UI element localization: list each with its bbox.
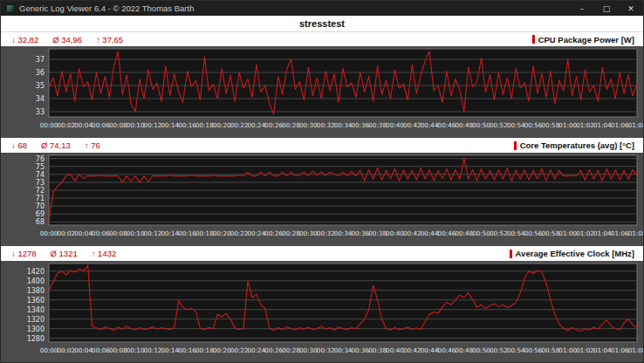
stat-avg: Ø 74,13 (41, 140, 71, 150)
svg-text:01:06: 01:06 (611, 121, 629, 129)
svg-text:00:24: 00:24 (248, 346, 266, 354)
svg-text:00:04: 00:04 (74, 346, 92, 354)
svg-text:00:40: 00:40 (386, 229, 404, 237)
svg-text:00:20: 00:20 (213, 121, 231, 129)
effective-clock-strip: ↓ 1278 Ø 1321 ↑ 1432 Average Effective C… (1, 246, 643, 261)
svg-text:00:56: 00:56 (524, 346, 543, 354)
svg-text:01:00: 01:00 (558, 229, 577, 237)
svg-text:00:56: 00:56 (524, 229, 543, 237)
title-bar: Generic Log Viewer 6.4 - © 2022 Thomas B… (1, 1, 643, 16)
svg-text:33: 33 (36, 108, 45, 116)
svg-text:00:48: 00:48 (455, 229, 473, 237)
svg-text:01:02: 01:02 (576, 229, 594, 237)
svg-text:00:52: 00:52 (490, 346, 508, 354)
cpu-package-power-chart[interactable]: 373635343300:0000:0200:0400:0600:0800:10… (1, 46, 643, 138)
stat-min: ↓ 1278 (11, 249, 37, 258)
svg-text:00:54: 00:54 (507, 229, 525, 237)
core-temp-label: Core Temperatures (avg) [°C] (514, 140, 634, 150)
effective-clock-stats: ↓ 1278 Ø 1321 ↑ 1432 (11, 249, 116, 258)
svg-text:01:02: 01:02 (576, 121, 594, 129)
svg-text:1300: 1300 (27, 325, 45, 333)
core-temperatures-chart[interactable]: 76757473727170696800:0000:0200:0400:0600… (1, 153, 643, 246)
svg-text:1320: 1320 (27, 316, 45, 324)
svg-text:01:04: 01:04 (593, 229, 612, 237)
svg-text:69: 69 (36, 210, 45, 218)
svg-text:1380: 1380 (27, 287, 45, 295)
svg-text:00:28: 00:28 (282, 229, 300, 237)
core-temp-panel: 76757473727170696800:0000:0200:0400:0600… (1, 153, 643, 246)
close-button[interactable]: ✕ (619, 1, 643, 16)
svg-text:00:58: 00:58 (542, 346, 560, 354)
svg-text:00:08: 00:08 (109, 121, 127, 129)
svg-text:01:00: 01:00 (558, 346, 577, 354)
app-icon (6, 4, 15, 13)
svg-text:00:32: 00:32 (317, 121, 335, 129)
svg-text:00:12: 00:12 (144, 121, 162, 129)
stat-max: ↑ 76 (85, 140, 100, 150)
svg-text:01:00: 01:00 (558, 121, 577, 129)
svg-text:37: 37 (36, 56, 45, 64)
core-temp-stats: ↓ 68 Ø 74,13 ↑ 76 (11, 140, 100, 150)
svg-text:00:48: 00:48 (455, 121, 473, 129)
svg-text:00:02: 00:02 (57, 229, 75, 237)
svg-text:00:50: 00:50 (472, 346, 490, 354)
svg-text:00:10: 00:10 (127, 229, 145, 237)
svg-text:00:08: 00:08 (109, 229, 127, 237)
svg-text:01:06: 01:06 (611, 229, 629, 237)
svg-text:00:30: 00:30 (299, 121, 318, 129)
svg-text:00:24: 00:24 (248, 229, 266, 237)
svg-text:00:32: 00:32 (317, 229, 335, 237)
app-window: Generic Log Viewer 6.4 - © 2022 Thomas B… (0, 0, 644, 363)
svg-text:00:04: 00:04 (74, 121, 92, 129)
svg-text:00:40: 00:40 (386, 346, 404, 354)
svg-text:36: 36 (36, 69, 45, 77)
svg-text:01:02: 01:02 (576, 346, 594, 354)
stat-max: ↑ 1432 (92, 249, 117, 258)
cpu-power-label: CPU Package Power [W] (532, 35, 634, 45)
svg-text:00:16: 00:16 (178, 121, 196, 129)
svg-text:00:54: 00:54 (507, 121, 525, 129)
svg-text:00:14: 00:14 (161, 346, 179, 354)
svg-text:00:26: 00:26 (264, 346, 283, 354)
effective-clock-chart[interactable]: 1420140013801360134013201300128000:0000:… (1, 261, 643, 363)
svg-text:01:04: 01:04 (593, 121, 612, 129)
svg-text:00:44: 00:44 (421, 229, 439, 237)
svg-text:00:46: 00:46 (438, 121, 456, 129)
stat-max: ↑ 37,65 (96, 35, 123, 45)
svg-text:00:52: 00:52 (490, 121, 508, 129)
svg-text:00:46: 00:46 (438, 346, 456, 354)
svg-text:01:06: 01:06 (611, 346, 629, 354)
minimize-button[interactable]: – (570, 1, 594, 16)
svg-text:01:08: 01:08 (628, 121, 643, 129)
window-title: Generic Log Viewer 6.4 - © 2022 Thomas B… (19, 3, 570, 13)
svg-text:00:42: 00:42 (403, 229, 421, 237)
svg-text:00:20: 00:20 (213, 229, 231, 237)
svg-text:00:36: 00:36 (351, 346, 369, 354)
svg-text:00:22: 00:22 (230, 121, 249, 129)
svg-text:00:12: 00:12 (144, 346, 162, 354)
cpu-power-stats: ↓ 32,82 Ø 34,96 ↑ 37,65 (11, 35, 123, 45)
svg-text:00:42: 00:42 (403, 346, 421, 354)
svg-text:00:08: 00:08 (109, 346, 127, 354)
svg-text:71: 71 (36, 195, 45, 202)
svg-text:01:08: 01:08 (628, 346, 643, 354)
svg-text:76: 76 (36, 155, 45, 163)
svg-text:00:38: 00:38 (368, 121, 387, 129)
series-color-icon (510, 250, 512, 258)
svg-text:00:24: 00:24 (248, 121, 266, 129)
maximize-button[interactable]: □ (594, 1, 619, 16)
svg-text:00:00: 00:00 (40, 229, 58, 237)
svg-text:00:18: 00:18 (195, 346, 214, 354)
svg-text:00:50: 00:50 (472, 121, 490, 129)
svg-text:00:34: 00:34 (334, 121, 353, 129)
svg-text:72: 72 (36, 187, 45, 195)
svg-text:00:06: 00:06 (92, 229, 110, 237)
svg-text:00:02: 00:02 (57, 346, 75, 354)
svg-text:00:58: 00:58 (542, 229, 560, 237)
svg-text:00:54: 00:54 (507, 346, 525, 354)
svg-text:00:36: 00:36 (351, 121, 369, 129)
effective-clock-panel: 1420140013801360134013201300128000:0000:… (1, 261, 643, 363)
stat-avg: Ø 34,96 (52, 35, 82, 45)
svg-text:00:32: 00:32 (317, 346, 335, 354)
svg-text:00:50: 00:50 (472, 229, 490, 237)
